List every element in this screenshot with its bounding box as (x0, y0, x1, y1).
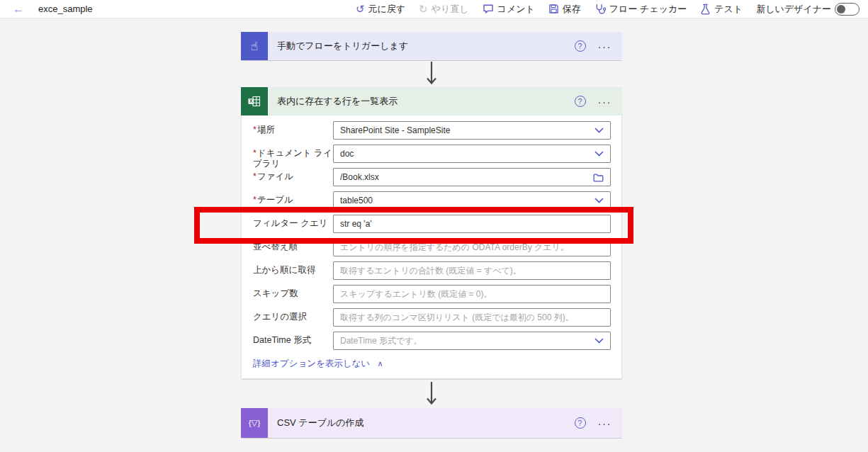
hide-advanced-options-link[interactable]: 詳細オプションを表示しない (253, 358, 370, 368)
required-asterisk: * (253, 195, 257, 205)
field-label: 上から順に取得 (253, 261, 333, 276)
datetime-format-dropdown (333, 332, 611, 350)
flow-checker-button[interactable]: フロー チェッカー (594, 3, 687, 16)
trigger-card-title: 手動でフローをトリガーします (268, 40, 575, 52)
trigger-card-actions: ? ··· (575, 40, 623, 52)
csv-card-actions: ? ··· (575, 417, 623, 429)
redo-label: やり直し (432, 3, 469, 16)
flow-column: ☝ 手動でフローをトリガーします ? ··· X (241, 32, 622, 438)
field-label: *ファイル (253, 168, 333, 182)
help-icon[interactable]: ? (575, 40, 586, 52)
excel-card-body: *場所 *ドキュメント ライブラリ *ファイル (241, 115, 622, 379)
excel-card-headbar[interactable]: 表内に存在する行を一覧表示 ? ··· (268, 87, 622, 115)
more-menu-icon[interactable]: ··· (598, 96, 612, 107)
field-label: *テーブル (253, 191, 333, 205)
table-dropdown (333, 191, 611, 210)
undo-label: 元に戻す (368, 3, 405, 16)
file-picker-field (333, 168, 611, 186)
csv-card-title: CSV テーブルの作成 (268, 417, 575, 429)
chevron-down-icon[interactable] (594, 191, 604, 210)
redo-button[interactable]: ↻ やり直し (419, 3, 469, 16)
chevron-down-icon[interactable] (594, 332, 604, 350)
required-asterisk: * (253, 148, 257, 158)
field-label: *場所 (253, 121, 333, 135)
data-operation-icon: {▽} (241, 408, 268, 438)
save-button[interactable]: 保存 (548, 3, 581, 16)
manual-trigger-icon: ☝ (241, 32, 268, 60)
new-designer-toggle[interactable] (835, 3, 859, 16)
field-row-order-by: 並べ替え順 (253, 238, 611, 256)
select-query-input[interactable] (333, 308, 611, 327)
filter-query-input[interactable] (333, 215, 611, 233)
save-icon (548, 4, 559, 14)
trigger-card[interactable]: ☝ 手動でフローをトリガーします ? ··· (241, 32, 622, 60)
field-row-filter-query: フィルター クエリ (253, 215, 611, 233)
undo-icon: ↺ (356, 4, 365, 14)
topbar-actions: ↺ 元に戻す ↻ やり直し コメント 保存 フロー チェッカー (356, 3, 859, 16)
connector-arrow-1 (241, 60, 622, 87)
new-designer-switch: 新しいデザイナー (756, 3, 859, 16)
field-row-skip-count: スキップ数 (253, 285, 611, 303)
comment-icon (483, 4, 494, 14)
redo-icon: ↻ (419, 4, 428, 14)
test-flask-icon (700, 4, 711, 15)
test-button[interactable]: テスト (700, 3, 743, 16)
chevron-down-icon[interactable] (594, 121, 604, 140)
comment-label: コメント (497, 3, 535, 16)
toggle-knob (837, 5, 845, 13)
required-asterisk: * (253, 171, 257, 181)
topbar-left: ← exce_sample (13, 4, 93, 15)
undo-button[interactable]: ↺ 元に戻す (356, 3, 405, 16)
file-input[interactable] (333, 168, 611, 186)
folder-picker-icon[interactable] (593, 168, 604, 186)
document-library-dropdown (333, 145, 611, 163)
more-menu-icon[interactable]: ··· (598, 41, 612, 52)
excel-icon: X (241, 87, 268, 115)
down-arrow-icon (425, 62, 438, 86)
field-row-table: *テーブル (253, 191, 611, 210)
csv-card-headbar[interactable]: CSV テーブルの作成 ? ··· (268, 408, 622, 438)
excel-card-actions: ? ··· (575, 96, 623, 107)
trigger-card-header[interactable]: 手動でフローをトリガーします ? ··· (268, 32, 622, 60)
field-row-select-query: クエリの選択 (253, 308, 611, 327)
top-count-field (333, 261, 611, 280)
location-input[interactable] (333, 121, 611, 140)
svg-text:X: X (249, 98, 253, 103)
test-label: テスト (714, 3, 743, 16)
field-row-top-count: 上から順に取得 (253, 261, 611, 280)
comment-button[interactable]: コメント (483, 3, 535, 16)
datetime-format-input[interactable] (333, 332, 611, 350)
new-designer-label: 新しいデザイナー (756, 3, 831, 16)
field-row-location: *場所 (253, 121, 611, 140)
chevron-down-icon[interactable] (594, 145, 604, 163)
document-library-input[interactable] (333, 145, 611, 163)
table-input[interactable] (333, 191, 611, 210)
flow-checker-icon (594, 4, 606, 15)
hand-icon: ☝ (251, 39, 258, 54)
help-icon[interactable]: ? (575, 96, 586, 107)
excel-card-title: 表内に存在する行を一覧表示 (268, 95, 575, 108)
help-icon[interactable]: ? (575, 417, 586, 429)
top-app-bar: ← exce_sample ↺ 元に戻す ↻ やり直し コメント 保存 (0, 0, 868, 18)
field-label: フィルター クエリ (253, 215, 333, 229)
more-menu-icon[interactable]: ··· (598, 418, 612, 429)
required-asterisk: * (253, 125, 257, 135)
field-label: スキップ数 (253, 285, 333, 299)
select-query-field (333, 308, 611, 327)
order-by-input[interactable] (333, 238, 611, 256)
connector-arrow-2 (241, 379, 622, 408)
advanced-options-row: 詳細オプションを表示しない ∧ (253, 356, 611, 370)
skip-count-input[interactable] (333, 285, 611, 303)
top-count-input[interactable] (333, 261, 611, 280)
location-dropdown (333, 121, 611, 140)
order-by-field (333, 238, 611, 256)
collapse-caret-icon: ∧ (378, 359, 383, 368)
flow-canvas: ☝ 手動でフローをトリガーします ? ··· X (0, 18, 868, 452)
create-csv-table-card[interactable]: {▽} CSV テーブルの作成 ? ··· (241, 408, 622, 438)
skip-count-field (333, 285, 611, 303)
field-row-datetime-format: DateTime 形式 (253, 332, 611, 350)
field-label: DateTime 形式 (253, 332, 333, 346)
excel-list-rows-card-header[interactable]: X 表内に存在する行を一覧表示 ? ··· (241, 87, 622, 115)
back-icon[interactable]: ← (13, 4, 24, 15)
field-label: クエリの選択 (253, 308, 333, 322)
